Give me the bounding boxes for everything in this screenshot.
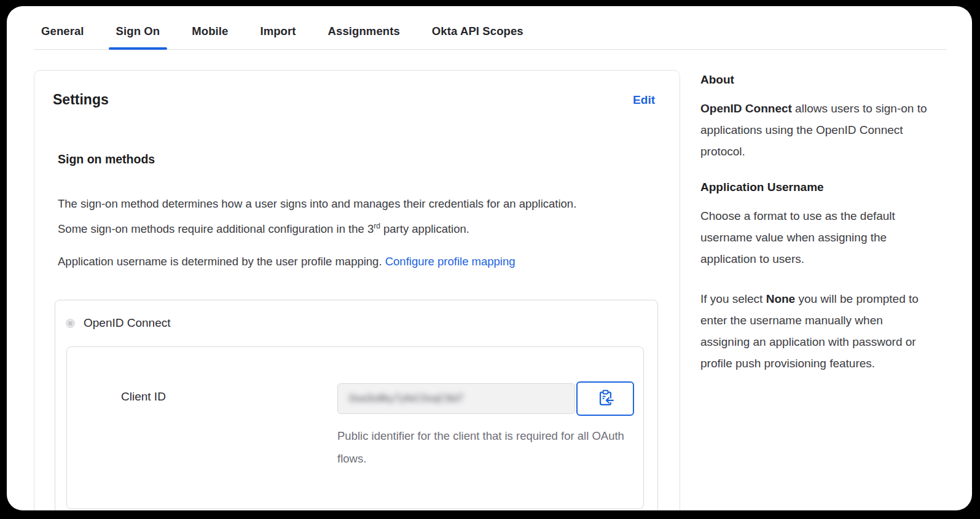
client-id-panel: Client ID 0oa3o8ky7yfeC0vqC9d7 (66, 346, 644, 509)
settings-card: Settings Edit Sign on methods The sign-o… (34, 70, 680, 510)
client-id-field-group: 0oa3o8ky7yfeC0vqC9d7 (337, 381, 636, 416)
username-p2-text: If you select (700, 292, 766, 305)
openid-connect-radio-label: OpenID Connect (84, 316, 171, 330)
about-heading: About (700, 73, 935, 87)
clipboard-copy-icon (597, 389, 614, 408)
edit-button[interactable]: Edit (633, 93, 655, 107)
about-bold-term: OpenID Connect (700, 102, 792, 115)
tab-import[interactable]: Import (253, 20, 303, 49)
client-id-help-text: Public identifier for the client that is… (337, 424, 636, 470)
openid-connect-radio-row: OpenID Connect (66, 316, 644, 330)
settings-title: Settings (53, 92, 109, 108)
sign-on-methods-heading: Sign on methods (58, 152, 655, 166)
description-text: The sign-on method determines how a user… (58, 197, 576, 235)
none-bold-term: None (766, 292, 796, 305)
client-id-value-redacted: 0oa3o8ky7yfeC0vqC9d7 (349, 392, 463, 405)
tab-assignments[interactable]: Assignments (321, 20, 407, 49)
about-sidebar: About OpenID Connect allows users to sig… (700, 73, 935, 392)
client-id-label: Client ID (121, 381, 337, 404)
ordinal-superscript: rd (374, 222, 380, 230)
application-username-paragraph-1: Choose a format to use as the default us… (700, 205, 935, 270)
tab-general[interactable]: General (34, 20, 92, 49)
client-id-row: Client ID 0oa3o8ky7yfeC0vqC9d7 (121, 381, 643, 470)
application-username-paragraph-2: If you select None you will be prompted … (700, 288, 935, 374)
client-id-field-column: 0oa3o8ky7yfeC0vqC9d7 (337, 381, 636, 470)
content-area: Settings Edit Sign on methods The sign-o… (34, 50, 972, 510)
app-window: General Sign On Mobile Import Assignment… (7, 6, 972, 510)
openid-connect-radio[interactable] (66, 319, 74, 327)
openid-connect-method-box: OpenID Connect Client ID 0oa3o8ky7yfeC0v… (55, 300, 658, 510)
description-text-end: party application. (380, 222, 469, 235)
application-username-heading: Application Username (700, 181, 935, 194)
configure-profile-mapping-link[interactable]: Configure profile mapping (385, 255, 515, 268)
tab-bar: General Sign On Mobile Import Assignment… (34, 6, 946, 50)
tab-sign-on[interactable]: Sign On (109, 20, 168, 49)
sign-on-method-description: The sign-on method determines how a user… (58, 192, 590, 240)
mapping-static-text: Application username is determined by th… (58, 255, 385, 268)
profile-mapping-text: Application username is determined by th… (58, 250, 590, 273)
client-id-input[interactable]: 0oa3o8ky7yfeC0vqC9d7 (337, 383, 575, 414)
tab-mobile[interactable]: Mobile (184, 20, 235, 49)
copy-to-clipboard-button[interactable] (576, 381, 634, 416)
tab-okta-api-scopes[interactable]: Okta API Scopes (425, 20, 531, 49)
about-paragraph: OpenID Connect allows users to sign-on t… (700, 98, 935, 162)
settings-card-header: Settings Edit (53, 92, 655, 108)
